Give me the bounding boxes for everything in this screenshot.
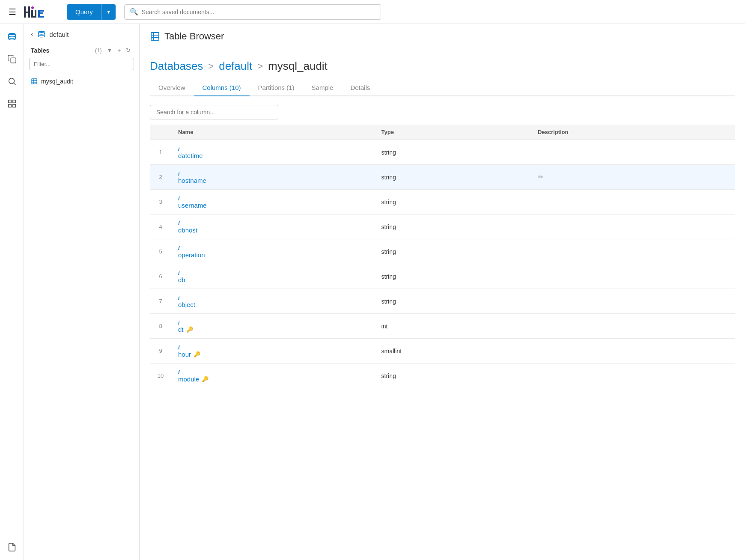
svg-rect-10 — [38, 16, 44, 18]
columns-table-header: Name Type Description — [150, 125, 735, 140]
col-header-description: Description — [531, 125, 735, 140]
hue-logo — [23, 4, 62, 20]
col-row-name: iobject — [171, 289, 375, 314]
global-search-bar: 🔍 — [124, 4, 381, 20]
column-name-text[interactable]: hostname — [178, 177, 368, 184]
filter-tables-icon[interactable]: ▼ — [105, 46, 114, 54]
sidebar-icons — [0, 24, 24, 560]
column-name-text[interactable]: dt🔑 — [178, 326, 368, 333]
left-panel: ‹ default Tables (1) ▼ + ↻ mysql_audit — [24, 24, 140, 560]
breadcrumb-databases[interactable]: Databases — [150, 60, 203, 73]
col-header-type: Type — [375, 125, 531, 140]
column-name-text[interactable]: object — [178, 301, 368, 308]
column-name-text[interactable]: module🔑 — [178, 375, 368, 383]
column-name-text[interactable]: dbhost — [178, 226, 368, 234]
col-row-description — [531, 339, 735, 363]
column-search — [150, 105, 735, 119]
sidebar-icon-database[interactable] — [4, 29, 20, 45]
column-name-text[interactable]: username — [178, 202, 368, 209]
global-search-input[interactable] — [142, 9, 375, 15]
column-name-text[interactable]: operation — [178, 251, 368, 259]
breadcrumb-default[interactable]: default — [219, 60, 252, 73]
query-button[interactable]: Query — [67, 4, 101, 20]
breadcrumb-current: mysql_audit — [268, 60, 328, 73]
info-icon[interactable]: i — [178, 270, 180, 276]
edit-description-icon[interactable]: ✏ — [538, 173, 543, 181]
tables-actions: (1) ▼ + ↻ — [93, 46, 132, 54]
table-item-mysql-audit[interactable]: mysql_audit — [24, 74, 139, 88]
main-content: Table Browser Databases > default > mysq… — [140, 24, 745, 560]
col-row-name: idatetime — [171, 140, 375, 165]
main-header: Table Browser — [140, 24, 745, 49]
svg-rect-9 — [38, 12, 43, 14]
column-name-text[interactable]: db — [178, 276, 368, 283]
col-row-type: string — [375, 264, 531, 289]
col-row-type: int — [375, 314, 531, 339]
col-row-num: 10 — [150, 363, 171, 388]
columns-table-body: 1idatetimestring2ihostnamestring✏3iusern… — [150, 140, 735, 388]
sidebar-icon-copy[interactable] — [4, 51, 20, 67]
col-row-description — [531, 289, 735, 314]
tab-details[interactable]: Details — [342, 80, 378, 96]
tab-sample[interactable]: Sample — [303, 80, 342, 96]
col-row-num: 5 — [150, 239, 171, 264]
col-row-name: ihour🔑 — [171, 339, 375, 363]
info-icon[interactable]: i — [178, 146, 180, 152]
col-row-type: string — [375, 289, 531, 314]
col-row-num: 7 — [150, 289, 171, 314]
table-row: 2ihostnamestring✏ — [150, 165, 735, 190]
table-row: 4idbhoststring — [150, 214, 735, 239]
sidebar-icon-file[interactable] — [4, 539, 20, 555]
col-row-description — [531, 264, 735, 289]
col-row-description: ✏ — [531, 165, 735, 190]
database-small-icon — [37, 30, 46, 39]
refresh-tables-icon[interactable]: ↻ — [124, 46, 132, 54]
tab-partitions--1-[interactable]: Partitions (1) — [250, 80, 303, 96]
table-row: 6idbstring — [150, 264, 735, 289]
svg-rect-23 — [151, 33, 159, 40]
info-icon[interactable]: i — [178, 344, 180, 351]
column-search-input[interactable] — [150, 105, 278, 119]
info-icon[interactable]: i — [178, 319, 180, 326]
hue-logo-svg — [23, 4, 62, 20]
add-table-icon[interactable]: + — [116, 46, 122, 54]
col-row-type: string — [375, 239, 531, 264]
back-arrow-icon[interactable]: ‹ — [31, 30, 33, 38]
info-icon[interactable]: i — [178, 369, 180, 375]
tables-filter-input[interactable] — [29, 58, 134, 70]
breadcrumb-sep-1: > — [208, 61, 214, 72]
tabs-container: OverviewColumns (10)Partitions (1)Sample… — [150, 80, 735, 96]
info-icon[interactable]: i — [178, 295, 180, 301]
col-row-description — [531, 140, 735, 165]
database-name[interactable]: default — [49, 31, 69, 38]
partition-key-icon: 🔑 — [186, 326, 193, 333]
tables-header: Tables (1) ▼ + ↻ — [24, 45, 139, 58]
table-row: 5ioperationstring — [150, 239, 735, 264]
top-navigation: ☰ Query ▼ 🔍 — [0, 0, 745, 24]
app-layout: ‹ default Tables (1) ▼ + ↻ mysql_audit T… — [0, 24, 745, 560]
database-header: ‹ default — [24, 24, 139, 45]
info-icon[interactable]: i — [178, 195, 180, 202]
search-icon: 🔍 — [130, 8, 138, 16]
sidebar-icon-grid[interactable] — [4, 96, 20, 111]
col-row-num: 9 — [150, 339, 171, 363]
info-icon[interactable]: i — [178, 170, 180, 177]
column-name-text[interactable]: datetime — [178, 152, 368, 159]
column-name-text[interactable]: hour🔑 — [178, 351, 368, 358]
query-dropdown-button[interactable]: ▼ — [101, 4, 116, 20]
tab-overview[interactable]: Overview — [150, 80, 194, 96]
info-icon[interactable]: i — [178, 245, 180, 251]
col-row-type: string — [375, 190, 531, 214]
col-row-description — [531, 363, 735, 388]
svg-rect-12 — [11, 58, 16, 63]
svg-rect-16 — [8, 104, 11, 107]
breadcrumb-sep-2: > — [257, 61, 263, 72]
hamburger-menu-icon[interactable]: ☰ — [7, 5, 18, 19]
svg-point-18 — [39, 31, 45, 33]
col-header-name: Name — [171, 125, 375, 140]
sidebar-icon-search[interactable] — [4, 74, 20, 89]
info-icon[interactable]: i — [178, 220, 180, 226]
col-row-name: iusername — [171, 190, 375, 214]
svg-rect-14 — [8, 100, 11, 103]
tab-columns--10-[interactable]: Columns (10) — [194, 80, 250, 96]
